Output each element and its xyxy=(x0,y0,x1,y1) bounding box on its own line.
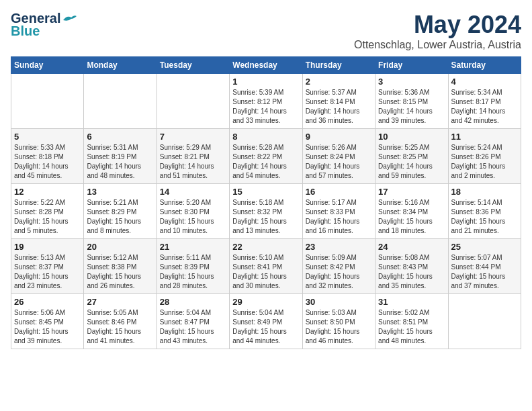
day-number: 22 xyxy=(232,242,299,252)
day-number: 21 xyxy=(160,242,226,252)
day-number: 3 xyxy=(378,77,445,87)
day-info: Sunrise: 5:22 AM Sunset: 8:28 PM Dayligh… xyxy=(14,198,81,236)
day-info: Sunrise: 5:17 AM Sunset: 8:33 PM Dayligh… xyxy=(306,198,372,236)
day-info: Sunrise: 5:33 AM Sunset: 8:18 PM Dayligh… xyxy=(14,143,81,181)
day-info: Sunrise: 5:31 AM Sunset: 8:19 PM Dayligh… xyxy=(87,143,153,181)
day-info: Sunrise: 5:24 AM Sunset: 8:26 PM Dayligh… xyxy=(451,143,518,181)
calendar-cell: 29Sunrise: 5:04 AM Sunset: 8:49 PM Dayli… xyxy=(230,294,302,349)
day-number: 17 xyxy=(378,187,445,197)
calendar-cell xyxy=(11,74,84,129)
logo: General Blue xyxy=(11,11,77,39)
calendar-cell: 8Sunrise: 5:28 AM Sunset: 8:22 PM Daylig… xyxy=(230,129,302,184)
calendar-cell: 20Sunrise: 5:12 AM Sunset: 8:38 PM Dayli… xyxy=(84,239,157,294)
day-number: 11 xyxy=(451,132,518,142)
calendar-cell: 9Sunrise: 5:26 AM Sunset: 8:24 PM Daylig… xyxy=(302,129,375,184)
calendar-cell: 16Sunrise: 5:17 AM Sunset: 8:33 PM Dayli… xyxy=(302,184,375,239)
day-info: Sunrise: 5:11 AM Sunset: 8:39 PM Dayligh… xyxy=(160,253,226,291)
day-header-thursday: Thursday xyxy=(302,57,375,74)
calendar-cell: 25Sunrise: 5:07 AM Sunset: 8:44 PM Dayli… xyxy=(448,239,521,294)
day-number: 18 xyxy=(451,187,518,197)
week-row-1: 1Sunrise: 5:39 AM Sunset: 8:12 PM Daylig… xyxy=(11,74,521,129)
calendar-cell: 30Sunrise: 5:03 AM Sunset: 8:50 PM Dayli… xyxy=(302,294,375,349)
day-header-saturday: Saturday xyxy=(448,57,521,74)
day-header-tuesday: Tuesday xyxy=(157,57,229,74)
calendar-cell xyxy=(157,74,229,129)
day-info: Sunrise: 5:02 AM Sunset: 8:51 PM Dayligh… xyxy=(378,308,445,346)
day-number: 1 xyxy=(232,77,299,87)
day-number: 24 xyxy=(378,242,445,252)
calendar-cell: 26Sunrise: 5:06 AM Sunset: 8:45 PM Dayli… xyxy=(11,294,84,349)
calendar-cell: 27Sunrise: 5:05 AM Sunset: 8:46 PM Dayli… xyxy=(84,294,157,349)
day-info: Sunrise: 5:16 AM Sunset: 8:34 PM Dayligh… xyxy=(378,198,445,236)
day-info: Sunrise: 5:13 AM Sunset: 8:37 PM Dayligh… xyxy=(14,253,81,291)
week-row-3: 12Sunrise: 5:22 AM Sunset: 8:28 PM Dayli… xyxy=(11,184,521,239)
title-block: May 2024 Ottenschlag, Lower Austria, Aus… xyxy=(354,11,521,51)
calendar-cell: 4Sunrise: 5:34 AM Sunset: 8:17 PM Daylig… xyxy=(448,74,521,129)
day-number: 28 xyxy=(160,297,226,307)
day-number: 29 xyxy=(232,297,299,307)
day-number: 23 xyxy=(306,242,372,252)
week-row-2: 5Sunrise: 5:33 AM Sunset: 8:18 PM Daylig… xyxy=(11,129,521,184)
day-number: 19 xyxy=(14,242,81,252)
day-number: 26 xyxy=(14,297,81,307)
calendar-cell: 15Sunrise: 5:18 AM Sunset: 8:32 PM Dayli… xyxy=(230,184,302,239)
day-number: 8 xyxy=(232,132,299,142)
day-number: 4 xyxy=(451,77,518,87)
day-info: Sunrise: 5:08 AM Sunset: 8:43 PM Dayligh… xyxy=(378,253,445,291)
location-subtitle: Ottenschlag, Lower Austria, Austria xyxy=(354,39,521,51)
calendar-cell: 2Sunrise: 5:37 AM Sunset: 8:14 PM Daylig… xyxy=(302,74,375,129)
day-info: Sunrise: 5:21 AM Sunset: 8:29 PM Dayligh… xyxy=(87,198,153,236)
week-row-5: 26Sunrise: 5:06 AM Sunset: 8:45 PM Dayli… xyxy=(11,294,521,349)
calendar-cell: 3Sunrise: 5:36 AM Sunset: 8:15 PM Daylig… xyxy=(375,74,448,129)
logo-blue: Blue xyxy=(11,24,40,39)
day-number: 25 xyxy=(451,242,518,252)
day-number: 15 xyxy=(232,187,299,197)
day-info: Sunrise: 5:29 AM Sunset: 8:21 PM Dayligh… xyxy=(160,143,226,181)
day-info: Sunrise: 5:39 AM Sunset: 8:12 PM Dayligh… xyxy=(232,88,299,126)
day-info: Sunrise: 5:03 AM Sunset: 8:50 PM Dayligh… xyxy=(306,308,372,346)
calendar-cell: 17Sunrise: 5:16 AM Sunset: 8:34 PM Dayli… xyxy=(375,184,448,239)
calendar-cell: 6Sunrise: 5:31 AM Sunset: 8:19 PM Daylig… xyxy=(84,129,157,184)
header-row: SundayMondayTuesdayWednesdayThursdayFrid… xyxy=(11,57,521,74)
day-number: 5 xyxy=(14,132,81,142)
calendar-cell: 12Sunrise: 5:22 AM Sunset: 8:28 PM Dayli… xyxy=(11,184,84,239)
calendar-cell: 19Sunrise: 5:13 AM Sunset: 8:37 PM Dayli… xyxy=(11,239,84,294)
calendar-cell: 23Sunrise: 5:09 AM Sunset: 8:42 PM Dayli… xyxy=(302,239,375,294)
day-info: Sunrise: 5:28 AM Sunset: 8:22 PM Dayligh… xyxy=(232,143,299,181)
day-number: 2 xyxy=(306,77,372,87)
day-info: Sunrise: 5:14 AM Sunset: 8:36 PM Dayligh… xyxy=(451,198,518,236)
day-info: Sunrise: 5:34 AM Sunset: 8:17 PM Dayligh… xyxy=(451,88,518,126)
day-number: 16 xyxy=(306,187,372,197)
day-info: Sunrise: 5:26 AM Sunset: 8:24 PM Dayligh… xyxy=(306,143,372,181)
calendar-cell: 1Sunrise: 5:39 AM Sunset: 8:12 PM Daylig… xyxy=(230,74,302,129)
calendar-cell xyxy=(448,294,521,349)
day-header-monday: Monday xyxy=(84,57,157,74)
page-header: General Blue May 2024 Ottenschlag, Lower… xyxy=(11,11,521,51)
calendar-table: SundayMondayTuesdayWednesdayThursdayFrid… xyxy=(11,56,521,349)
calendar-cell: 31Sunrise: 5:02 AM Sunset: 8:51 PM Dayli… xyxy=(375,294,448,349)
day-info: Sunrise: 5:37 AM Sunset: 8:14 PM Dayligh… xyxy=(306,88,372,126)
day-info: Sunrise: 5:05 AM Sunset: 8:46 PM Dayligh… xyxy=(87,308,153,346)
day-info: Sunrise: 5:10 AM Sunset: 8:41 PM Dayligh… xyxy=(232,253,299,291)
day-info: Sunrise: 5:04 AM Sunset: 8:49 PM Dayligh… xyxy=(232,308,299,346)
calendar-cell: 21Sunrise: 5:11 AM Sunset: 8:39 PM Dayli… xyxy=(157,239,229,294)
day-number: 30 xyxy=(306,297,372,307)
day-number: 27 xyxy=(87,297,153,307)
day-info: Sunrise: 5:18 AM Sunset: 8:32 PM Dayligh… xyxy=(232,198,299,236)
calendar-cell: 5Sunrise: 5:33 AM Sunset: 8:18 PM Daylig… xyxy=(11,129,84,184)
calendar-cell: 7Sunrise: 5:29 AM Sunset: 8:21 PM Daylig… xyxy=(157,129,229,184)
calendar-cell: 11Sunrise: 5:24 AM Sunset: 8:26 PM Dayli… xyxy=(448,129,521,184)
day-info: Sunrise: 5:20 AM Sunset: 8:30 PM Dayligh… xyxy=(160,198,226,236)
calendar-cell xyxy=(84,74,157,129)
day-header-sunday: Sunday xyxy=(11,57,84,74)
day-number: 31 xyxy=(378,297,445,307)
day-number: 9 xyxy=(306,132,372,142)
day-number: 12 xyxy=(14,187,81,197)
day-header-friday: Friday xyxy=(375,57,448,74)
calendar-cell: 28Sunrise: 5:04 AM Sunset: 8:47 PM Dayli… xyxy=(157,294,229,349)
calendar-cell: 18Sunrise: 5:14 AM Sunset: 8:36 PM Dayli… xyxy=(448,184,521,239)
month-title: May 2024 xyxy=(354,11,521,39)
day-header-wednesday: Wednesday xyxy=(230,57,302,74)
calendar-cell: 22Sunrise: 5:10 AM Sunset: 8:41 PM Dayli… xyxy=(230,239,302,294)
day-info: Sunrise: 5:07 AM Sunset: 8:44 PM Dayligh… xyxy=(451,253,518,291)
